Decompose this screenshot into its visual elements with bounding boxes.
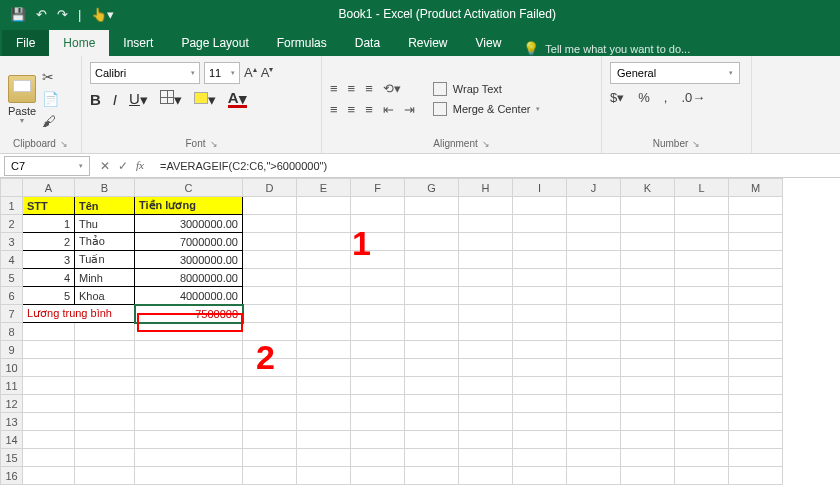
cell[interactable] — [135, 431, 243, 449]
cell[interactable] — [23, 323, 75, 341]
cell[interactable] — [675, 287, 729, 305]
cell[interactable] — [567, 341, 621, 359]
dialog-launcher-icon[interactable]: ↘ — [692, 139, 700, 149]
col-header[interactable]: J — [567, 179, 621, 197]
cell[interactable] — [405, 377, 459, 395]
cell[interactable] — [621, 467, 675, 485]
font-name-select[interactable]: Calibri ▾ — [90, 62, 200, 84]
cell[interactable] — [75, 413, 135, 431]
cell[interactable] — [459, 359, 513, 377]
cancel-formula-icon[interactable]: ✕ — [100, 159, 110, 173]
cell[interactable] — [567, 413, 621, 431]
cell[interactable] — [297, 251, 351, 269]
cell[interactable] — [23, 359, 75, 377]
enter-formula-icon[interactable]: ✓ — [118, 159, 128, 173]
cell[interactable] — [75, 377, 135, 395]
col-header[interactable]: H — [459, 179, 513, 197]
cell[interactable] — [459, 341, 513, 359]
col-header[interactable]: L — [675, 179, 729, 197]
cell[interactable] — [675, 197, 729, 215]
cell[interactable] — [75, 341, 135, 359]
cell[interactable] — [459, 467, 513, 485]
copy-icon[interactable]: 📄 — [42, 91, 59, 107]
cell[interactable] — [729, 251, 783, 269]
cell[interactable] — [243, 251, 297, 269]
cell[interactable] — [243, 233, 297, 251]
dialog-launcher-icon[interactable]: ↘ — [210, 139, 218, 149]
cell[interactable]: Thu — [75, 215, 135, 233]
tab-review[interactable]: Review — [394, 30, 461, 56]
cell[interactable] — [729, 269, 783, 287]
cell[interactable] — [243, 467, 297, 485]
row-header[interactable]: 6 — [1, 287, 23, 305]
cell[interactable] — [729, 395, 783, 413]
cell[interactable] — [243, 197, 297, 215]
cell[interactable] — [567, 323, 621, 341]
cell[interactable] — [675, 251, 729, 269]
cell[interactable] — [567, 269, 621, 287]
row-header[interactable]: 2 — [1, 215, 23, 233]
cell[interactable] — [675, 377, 729, 395]
currency-button[interactable]: $▾ — [610, 90, 624, 105]
grow-font-button[interactable]: A▴ — [244, 65, 257, 80]
cell[interactable] — [621, 377, 675, 395]
cell[interactable] — [675, 323, 729, 341]
col-header[interactable]: I — [513, 179, 567, 197]
cell[interactable] — [621, 431, 675, 449]
cell[interactable] — [513, 305, 567, 323]
cell[interactable] — [135, 395, 243, 413]
cell[interactable] — [459, 215, 513, 233]
spreadsheet-grid[interactable]: A B C D E F G H I J K L M 1 STT Tên Tiền… — [0, 178, 840, 498]
cell[interactable] — [23, 449, 75, 467]
cell[interactable] — [459, 251, 513, 269]
cell[interactable] — [729, 341, 783, 359]
cell[interactable] — [405, 467, 459, 485]
italic-button[interactable]: I — [113, 91, 117, 108]
align-bottom-icon[interactable]: ≡ — [365, 81, 373, 96]
row-header[interactable]: 15 — [1, 449, 23, 467]
cell[interactable] — [729, 431, 783, 449]
cell[interactable]: Tiền lương — [135, 197, 243, 215]
cell[interactable]: Minh — [75, 269, 135, 287]
fx-icon[interactable]: fx — [136, 159, 144, 173]
cell[interactable] — [621, 305, 675, 323]
cell[interactable] — [621, 395, 675, 413]
cell[interactable] — [135, 449, 243, 467]
tab-formulas[interactable]: Formulas — [263, 30, 341, 56]
row-header[interactable]: 3 — [1, 233, 23, 251]
comma-button[interactable]: , — [664, 90, 668, 105]
cell[interactable] — [351, 413, 405, 431]
cell[interactable] — [75, 467, 135, 485]
cell[interactable] — [23, 431, 75, 449]
cell[interactable] — [621, 359, 675, 377]
row-header[interactable]: 1 — [1, 197, 23, 215]
cell[interactable] — [297, 269, 351, 287]
cell[interactable] — [675, 431, 729, 449]
cell[interactable] — [135, 323, 243, 341]
cell[interactable] — [729, 287, 783, 305]
cell[interactable] — [297, 359, 351, 377]
fill-color-button[interactable]: ▾ — [194, 90, 216, 109]
cell[interactable] — [621, 341, 675, 359]
cell[interactable] — [243, 305, 297, 323]
cell[interactable] — [297, 413, 351, 431]
cell[interactable] — [513, 233, 567, 251]
cell[interactable] — [567, 467, 621, 485]
cell[interactable] — [405, 413, 459, 431]
cell[interactable] — [297, 341, 351, 359]
cell[interactable] — [567, 359, 621, 377]
cell[interactable] — [297, 467, 351, 485]
formula-input[interactable] — [154, 156, 840, 176]
cell[interactable] — [729, 377, 783, 395]
cell[interactable] — [243, 395, 297, 413]
cell[interactable]: Tên — [75, 197, 135, 215]
cell[interactable] — [513, 413, 567, 431]
cell[interactable] — [459, 449, 513, 467]
col-header[interactable]: C — [135, 179, 243, 197]
cell[interactable] — [675, 233, 729, 251]
select-all-corner[interactable] — [1, 179, 23, 197]
cell[interactable] — [405, 449, 459, 467]
cell[interactable]: 8000000.00 — [135, 269, 243, 287]
cell[interactable] — [351, 431, 405, 449]
cell[interactable] — [75, 449, 135, 467]
